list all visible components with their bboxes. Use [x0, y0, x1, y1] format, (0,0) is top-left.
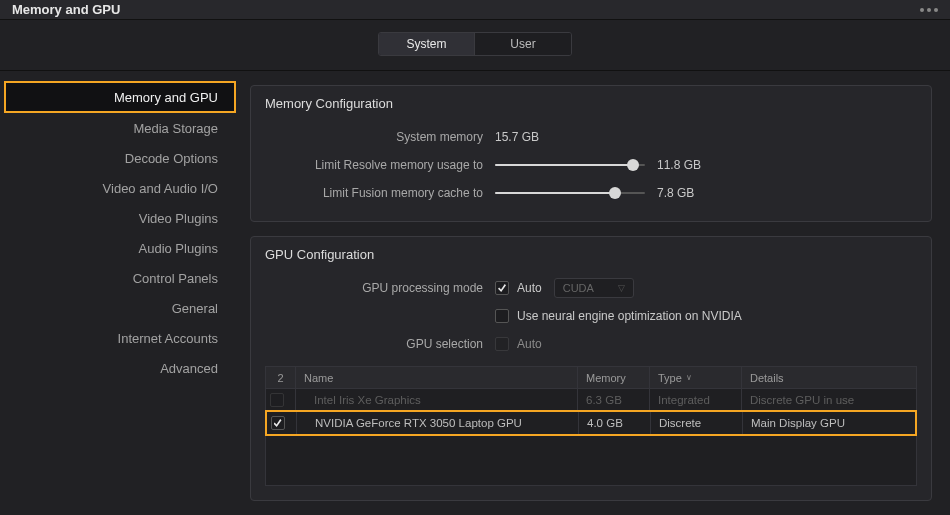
th-details[interactable]: Details — [742, 367, 916, 388]
options-menu-icon[interactable] — [920, 8, 938, 12]
neural-label: Use neural engine optimization on NVIDIA — [517, 309, 742, 323]
gpu-table: 2 Name Memory Type∨ Details Intel Iris X… — [265, 366, 917, 486]
sidebar-item-label: General — [172, 301, 218, 316]
gpu-api-select[interactable]: CUDA ▽ — [554, 278, 634, 298]
resolve-limit-slider[interactable] — [495, 164, 645, 166]
gpu-api-value: CUDA — [563, 282, 594, 294]
sidebar-item-decode-options[interactable]: Decode Options — [0, 143, 236, 173]
sidebar-item-label: Video Plugins — [139, 211, 218, 226]
row-name: NVIDIA GeForce RTX 3050 Laptop GPU — [297, 412, 579, 434]
tab-group: System User — [378, 32, 572, 56]
system-memory-row: System memory 15.7 GB — [265, 123, 917, 151]
sidebar-item-internet-accounts[interactable]: Internet Accounts — [0, 323, 236, 353]
gpu-selection-auto-label: Auto — [517, 337, 542, 351]
gpu-selection-auto-checkbox[interactable] — [495, 337, 509, 351]
gpu-section-title: GPU Configuration — [251, 237, 931, 274]
sidebar-item-label: Decode Options — [125, 151, 218, 166]
row-checkbox[interactable] — [270, 393, 284, 407]
gpu-mode-auto-checkbox[interactable] — [495, 281, 509, 295]
row-name: Intel Iris Xe Graphics — [296, 389, 578, 411]
header-title: Memory and GPU — [12, 2, 120, 17]
th-memory[interactable]: Memory — [578, 367, 650, 388]
gpu-mode-label: GPU processing mode — [265, 281, 495, 295]
sidebar-item-label: Video and Audio I/O — [103, 181, 218, 196]
fusion-limit-row: Limit Fusion memory cache to 7.8 GB — [265, 179, 917, 207]
sidebar-item-label: Memory and GPU — [114, 90, 218, 105]
row-details: Main Display GPU — [743, 412, 915, 434]
memory-section: Memory Configuration System memory 15.7 … — [250, 85, 932, 222]
gpu-section: GPU Configuration GPU processing mode Au… — [250, 236, 932, 501]
system-memory-label: System memory — [265, 130, 495, 144]
neural-row: Use neural engine optimization on NVIDIA — [265, 302, 917, 330]
scope-tabs: System User — [0, 20, 950, 71]
table-row[interactable]: Intel Iris Xe Graphics 6.3 GB Integrated… — [266, 389, 916, 411]
th-name[interactable]: Name — [296, 367, 578, 388]
resolve-limit-label: Limit Resolve memory usage to — [265, 158, 495, 172]
neural-checkbox[interactable] — [495, 309, 509, 323]
resolve-limit-value: 11.8 GB — [657, 158, 717, 172]
gpu-selection-row: GPU selection Auto — [265, 330, 917, 358]
gpu-table-header: 2 Name Memory Type∨ Details — [266, 367, 916, 389]
row-memory: 4.0 GB — [579, 412, 651, 434]
sidebar-item-label: Advanced — [160, 361, 218, 376]
fusion-limit-label: Limit Fusion memory cache to — [265, 186, 495, 200]
row-type: Discrete — [651, 412, 743, 434]
row-details: Discrete GPU in use — [742, 389, 916, 411]
gpu-count: 2 — [266, 367, 296, 388]
chevron-down-icon: ▽ — [618, 283, 625, 293]
resolve-limit-row: Limit Resolve memory usage to 11.8 GB — [265, 151, 917, 179]
preferences-window: Memory and GPU System User Memory and GP… — [0, 0, 950, 515]
sidebar: Memory and GPU Media Storage Decode Opti… — [0, 71, 236, 515]
table-row[interactable]: NVIDIA GeForce RTX 3050 Laptop GPU 4.0 G… — [265, 410, 917, 436]
table-empty-area — [266, 435, 916, 485]
fusion-limit-slider[interactable] — [495, 192, 645, 194]
tab-user[interactable]: User — [475, 33, 571, 55]
row-memory: 6.3 GB — [578, 389, 650, 411]
fusion-limit-value: 7.8 GB — [657, 186, 717, 200]
sidebar-item-label: Media Storage — [133, 121, 218, 136]
main-panel: Memory Configuration System memory 15.7 … — [236, 71, 950, 515]
gpu-selection-label: GPU selection — [265, 337, 495, 351]
gpu-mode-row: GPU processing mode Auto CUDA ▽ — [265, 274, 917, 302]
row-type: Integrated — [650, 389, 742, 411]
sidebar-item-video-audio-io[interactable]: Video and Audio I/O — [0, 173, 236, 203]
sidebar-item-video-plugins[interactable]: Video Plugins — [0, 203, 236, 233]
memory-section-title: Memory Configuration — [251, 86, 931, 123]
sidebar-item-memory-gpu[interactable]: Memory and GPU — [4, 81, 236, 113]
sidebar-item-label: Internet Accounts — [118, 331, 218, 346]
sidebar-item-media-storage[interactable]: Media Storage — [0, 113, 236, 143]
system-memory-value: 15.7 GB — [495, 130, 555, 144]
sidebar-item-label: Control Panels — [133, 271, 218, 286]
body: Memory and GPU Media Storage Decode Opti… — [0, 71, 950, 515]
sidebar-item-audio-plugins[interactable]: Audio Plugins — [0, 233, 236, 263]
row-checkbox[interactable] — [271, 416, 285, 430]
sort-icon: ∨ — [686, 373, 692, 382]
sidebar-item-general[interactable]: General — [0, 293, 236, 323]
sidebar-item-control-panels[interactable]: Control Panels — [0, 263, 236, 293]
sidebar-item-advanced[interactable]: Advanced — [0, 353, 236, 383]
window-header: Memory and GPU — [0, 0, 950, 20]
gpu-mode-auto-label: Auto — [517, 281, 542, 295]
tab-system[interactable]: System — [379, 33, 475, 55]
th-type[interactable]: Type∨ — [650, 367, 742, 388]
sidebar-item-label: Audio Plugins — [139, 241, 219, 256]
